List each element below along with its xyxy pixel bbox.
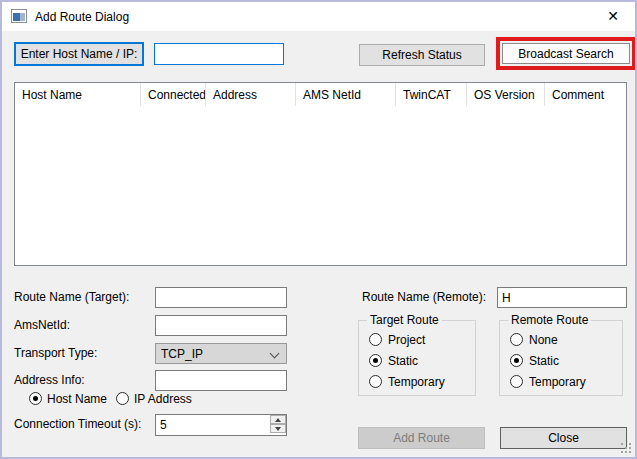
ams-netid-input[interactable] (155, 315, 287, 336)
connection-timeout-input[interactable] (155, 414, 287, 436)
host-table: Host Name Connected Address AMS NetId Tw… (14, 82, 627, 266)
app-icon (11, 9, 27, 23)
remote-route-group: Remote Route None Static Temporary (499, 320, 623, 396)
column-header-os-version[interactable]: OS Version (467, 83, 545, 106)
radio-target-temporary[interactable] (369, 375, 382, 388)
route-name-target-input[interactable] (155, 287, 287, 308)
enter-host-button[interactable]: Enter Host Name / IP: (14, 42, 144, 66)
radio-host-name[interactable] (29, 392, 42, 405)
transport-type-label: Transport Type: (14, 346, 97, 360)
annotation-highlight-box: Broadcast Search (496, 37, 636, 70)
column-header-host-name[interactable]: Host Name (15, 83, 141, 106)
radio-ip-address-label: IP Address (134, 392, 192, 406)
host-input[interactable] (154, 43, 284, 65)
column-header-connected[interactable]: Connected (141, 83, 206, 106)
radio-ip-address[interactable] (116, 392, 129, 405)
route-name-target-label: Route Name (Target): (14, 290, 129, 304)
target-route-group: Target Route Project Static Temporary (358, 320, 476, 396)
address-info-label: Address Info: (14, 373, 85, 387)
close-button[interactable]: Close (500, 427, 627, 449)
radio-remote-none-label: None (529, 333, 558, 347)
timeout-spinner[interactable] (270, 415, 286, 433)
spinner-up-icon[interactable] (270, 415, 286, 424)
window-title: Add Route Dialog (35, 2, 129, 31)
host-table-header: Host Name Connected Address AMS NetId Tw… (15, 83, 626, 106)
add-route-button[interactable]: Add Route (358, 427, 485, 449)
radio-target-project[interactable] (369, 333, 382, 346)
radio-remote-temporary-label: Temporary (529, 375, 586, 389)
radio-remote-temporary[interactable] (510, 375, 523, 388)
column-header-address[interactable]: Address (206, 83, 296, 106)
transport-type-select[interactable]: TCP_IP (155, 343, 287, 364)
radio-remote-static-label: Static (529, 354, 559, 368)
spinner-down-icon[interactable] (270, 424, 286, 433)
add-route-dialog: Add Route Dialog ✕ Enter Host Name / IP:… (0, 0, 637, 459)
resize-grip[interactable] (621, 443, 631, 453)
radio-target-static-label: Static (388, 354, 418, 368)
radio-target-temporary-label: Temporary (388, 375, 445, 389)
title-bar[interactable]: Add Route Dialog ✕ (2, 2, 635, 31)
remote-route-title: Remote Route (508, 313, 591, 327)
column-header-comment[interactable]: Comment (545, 83, 626, 106)
address-info-input[interactable] (155, 370, 287, 391)
route-name-remote-label: Route Name (Remote): (362, 290, 486, 304)
radio-host-name-label: Host Name (47, 392, 107, 406)
close-icon[interactable]: ✕ (597, 2, 629, 30)
radio-target-project-label: Project (388, 333, 425, 347)
column-header-twincat[interactable]: TwinCAT (396, 83, 467, 106)
route-name-remote-input[interactable] (497, 287, 627, 308)
radio-remote-none[interactable] (510, 333, 523, 346)
ams-netid-label: AmsNetId: (14, 318, 70, 332)
connection-timeout-label: Connection Timeout (s): (14, 417, 141, 431)
column-header-ams-netid[interactable]: AMS NetId (296, 83, 396, 106)
broadcast-search-button[interactable]: Broadcast Search (502, 43, 630, 64)
transport-type-value: TCP_IP (161, 347, 203, 361)
radio-remote-static[interactable] (510, 354, 523, 367)
target-route-title: Target Route (367, 313, 442, 327)
chevron-down-icon (270, 349, 280, 359)
radio-target-static[interactable] (369, 354, 382, 367)
refresh-status-button[interactable]: Refresh Status (359, 44, 485, 66)
